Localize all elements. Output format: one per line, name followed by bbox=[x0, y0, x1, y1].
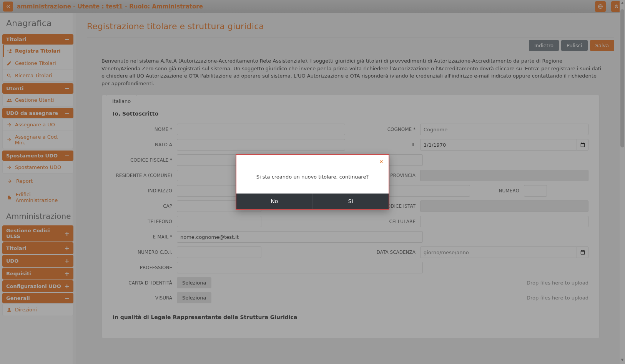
modal-si-button[interactable]: Si bbox=[312, 194, 389, 209]
modal-message: Si sta creando un nuovo titolare, contin… bbox=[236, 169, 389, 194]
close-icon bbox=[379, 159, 384, 164]
modal-overlay: Si sta creando un nuovo titolare, contin… bbox=[0, 0, 625, 364]
confirm-modal: Si sta creando un nuovo titolare, contin… bbox=[236, 154, 389, 210]
modal-close-button[interactable] bbox=[379, 159, 384, 165]
modal-no-button[interactable]: No bbox=[236, 194, 312, 209]
